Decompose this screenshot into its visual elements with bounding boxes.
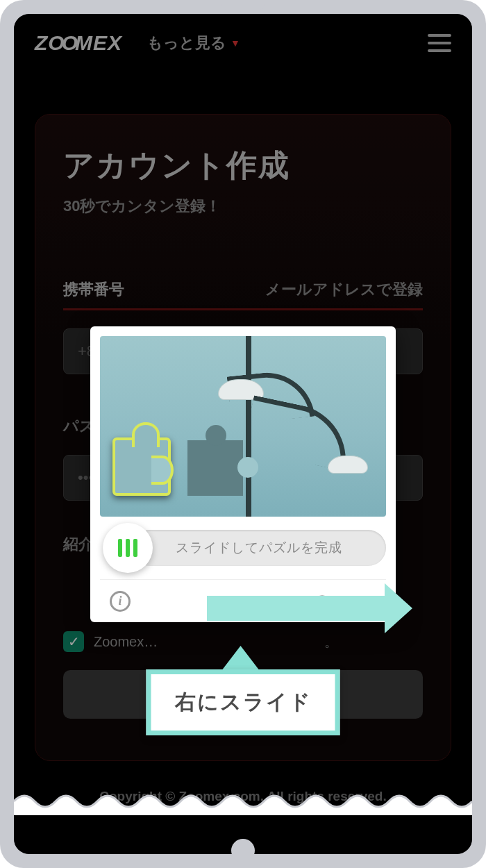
- puzzle-piece[interactable]: [112, 437, 171, 496]
- slider-knob[interactable]: [103, 523, 153, 573]
- callout-box: 右にスライド: [146, 669, 340, 735]
- instruction-arrow-icon: [207, 596, 387, 621]
- device-frame: ZOOMEX もっと見る ▼ アカウント作成 30秒でカンタン登録！ 携帯番号 …: [0, 0, 486, 868]
- puzzle-slot: [187, 440, 243, 496]
- home-indicator: [231, 839, 255, 862]
- callout-text: 右にスライド: [175, 690, 312, 713]
- slider-track[interactable]: スライドしてパズルを完成: [132, 530, 386, 566]
- device-notch: [221, 3, 265, 10]
- captcha-modal: スライドしてパズルを完成 i Geetest: [90, 326, 396, 622]
- instruction-callout: 右にスライド: [146, 646, 340, 735]
- info-icon[interactable]: i: [110, 591, 131, 612]
- captcha-slider: スライドしてパズルを完成: [100, 517, 386, 579]
- lamp-head-2: [328, 456, 368, 474]
- screen: ZOOMEX もっと見る ▼ アカウント作成 30秒でカンタン登録！ 携帯番号 …: [14, 14, 472, 854]
- captcha-image: [100, 336, 386, 517]
- callout-pointer-icon: [223, 646, 259, 669]
- slider-hint: スライドしてパズルを完成: [176, 539, 342, 557]
